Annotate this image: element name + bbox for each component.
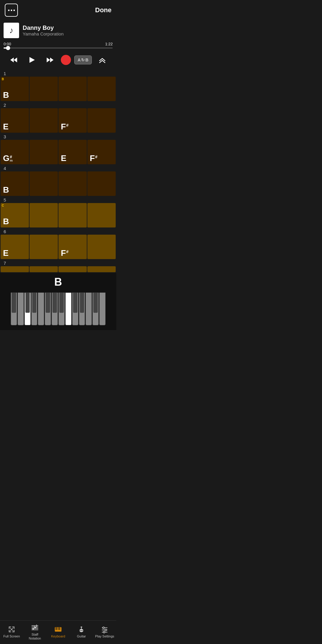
piano[interactable] [10, 292, 106, 325]
chord-label: E [3, 249, 9, 257]
chord-label: B [3, 217, 9, 226]
measure-row-1: 1 B B [0, 70, 116, 101]
chord-cell-7-1[interactable] [1, 266, 29, 272]
white-key-14[interactable] [99, 292, 106, 325]
svg-marker-3 [47, 58, 50, 62]
measure-number-1: 1 [0, 70, 116, 77]
chord-cell-2-1[interactable]: E [1, 108, 29, 133]
chord-cell-6-2[interactable] [30, 235, 58, 259]
white-key-2[interactable] [18, 292, 24, 325]
total-time: 1:22 [105, 42, 113, 46]
chord-cell-7-3[interactable] [58, 266, 87, 272]
measure-number-7: 7 [0, 260, 116, 266]
chord-cell-1-1[interactable]: B B [1, 77, 29, 101]
chord-section: 1 B B 2 E F# 3 G#m [0, 70, 116, 272]
white-key-7[interactable] [52, 292, 58, 325]
time-row: 0:00 1:22 [4, 42, 113, 46]
fast-forward-icon [46, 56, 54, 64]
chord-cell-3-2[interactable] [30, 140, 58, 164]
menu-dots-icon [8, 10, 15, 11]
menu-button[interactable] [5, 4, 18, 17]
svg-marker-2 [30, 57, 35, 63]
chord-cell-1-2[interactable] [30, 77, 58, 101]
white-key-13[interactable] [92, 292, 99, 325]
chord-cell-4-4[interactable] [87, 171, 116, 196]
fast-forward-button[interactable] [43, 54, 58, 66]
chord-cell-3-1[interactable]: G#m [1, 140, 29, 164]
chord-cell-4-1[interactable]: B [1, 171, 29, 196]
white-key-8[interactable] [58, 292, 65, 325]
chord-cell-4-2[interactable] [30, 171, 58, 196]
scroll-up-button[interactable] [95, 54, 110, 66]
chord-row-2: E F# [0, 108, 116, 133]
rewind-button[interactable] [6, 54, 21, 66]
chord-cell-2-2[interactable] [30, 108, 58, 133]
chord-cell-5-3[interactable] [58, 203, 87, 227]
chord-cell-1-4[interactable] [87, 77, 116, 101]
keyboard-section [0, 292, 116, 330]
white-key-1[interactable] [11, 292, 17, 325]
album-art: ♪ [4, 23, 19, 38]
music-note-icon: ♪ [9, 26, 13, 35]
measure-row-6: 6 E F# [0, 228, 116, 259]
chord-cell-2-4[interactable] [87, 108, 116, 133]
chord-cell-4-3[interactable] [58, 171, 87, 196]
chord-label: E [3, 123, 9, 131]
white-key-11[interactable] [79, 292, 85, 325]
record-button[interactable] [61, 55, 71, 65]
chord-label: F# [61, 123, 69, 131]
chord-cell-6-1[interactable]: E [1, 235, 29, 259]
chord-cell-1-3[interactable] [58, 77, 87, 101]
measure-row-3: 3 G#m E F# [0, 133, 116, 164]
chord-cell-5-1[interactable]: C B [1, 203, 29, 227]
double-chevron-up-icon [98, 56, 106, 64]
play-button[interactable] [24, 54, 39, 66]
chord-cell-6-4[interactable] [87, 235, 116, 259]
current-chord-section: B [0, 273, 116, 292]
ab-loop-label: A [78, 58, 80, 62]
section-marker-b: B [2, 78, 4, 81]
measure-number-5: 5 [0, 196, 116, 203]
chord-cell-7-4[interactable] [87, 266, 116, 272]
song-info: ♪ Danny Boy Yamaha Corporation [0, 20, 116, 41]
white-key-4[interactable] [31, 292, 38, 325]
chord-cell-3-4[interactable]: F# [87, 140, 116, 164]
chord-cell-5-2[interactable] [30, 203, 58, 227]
white-key-6[interactable] [45, 292, 51, 325]
song-details: Danny Boy Yamaha Corporation [23, 24, 64, 36]
chord-cell-7-2[interactable] [30, 266, 58, 272]
measure-number-2: 2 [0, 102, 116, 108]
chord-row-3: G#m E F# [0, 140, 116, 164]
chord-cell-3-3[interactable]: E [58, 140, 87, 164]
measure-row-7: 7 [0, 260, 116, 272]
current-chord-name: B [0, 276, 116, 288]
chord-cell-5-4[interactable] [87, 203, 116, 227]
song-title: Danny Boy [23, 24, 64, 31]
chord-row-1: B B [0, 77, 116, 101]
current-time: 0:00 [4, 42, 11, 46]
measure-row-5: 5 C B [0, 196, 116, 227]
measure-row-2: 2 E F# [0, 102, 116, 133]
done-button[interactable]: Done [95, 6, 112, 14]
white-key-9[interactable] [65, 292, 72, 325]
svg-marker-0 [10, 58, 14, 62]
chord-label: E [61, 154, 66, 162]
white-key-12[interactable] [86, 292, 92, 325]
chord-row-6: E F# [0, 235, 116, 259]
chord-label: B [3, 91, 9, 99]
ab-loop-button[interactable]: A ↻ B [74, 55, 92, 64]
white-key-3[interactable] [24, 292, 31, 325]
ab-loop-arrow: ↻ [81, 58, 85, 62]
svg-marker-1 [14, 58, 17, 62]
white-key-10[interactable] [72, 292, 78, 325]
progress-track[interactable] [4, 47, 113, 49]
section-marker-c: C [2, 204, 4, 207]
chord-label: G#m [3, 154, 13, 162]
measure-row-4: 4 B [0, 165, 116, 196]
chord-cell-2-3[interactable]: F# [58, 108, 87, 133]
song-artist: Yamaha Corporation [23, 31, 64, 36]
chord-row-4: B [0, 171, 116, 196]
white-key-5[interactable] [38, 292, 44, 325]
transport-controls: A ↻ B [0, 51, 116, 70]
chord-cell-6-3[interactable]: F# [58, 235, 87, 259]
